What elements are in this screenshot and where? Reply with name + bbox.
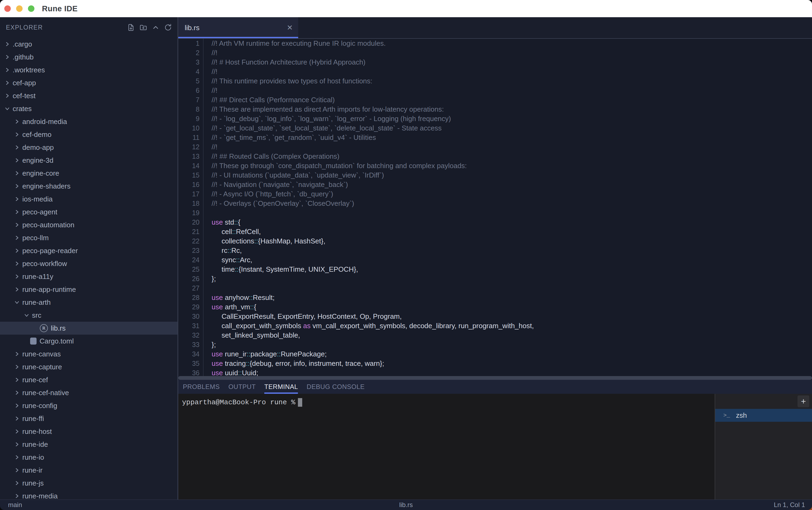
tree-item-label: cef-demo: [22, 131, 51, 139]
explorer-actions: [127, 23, 177, 31]
tree-item-engine-core[interactable]: engine-core: [0, 167, 177, 180]
tree-item-label: ios-media: [22, 195, 53, 203]
tree-item-engine-shaders[interactable]: engine-shaders: [0, 180, 177, 193]
tree-item-rune-app-runtime[interactable]: rune-app-runtime: [0, 283, 177, 296]
terminal-session-zsh[interactable]: >_zsh: [715, 409, 812, 422]
tree-item-label: rune-media: [22, 492, 58, 500]
branch-indicator[interactable]: main: [0, 501, 22, 509]
tree-item-cargo-toml[interactable]: Cargo.toml: [0, 335, 177, 347]
close-window-button[interactable]: [4, 5, 11, 12]
code-line: 4//!: [178, 67, 812, 76]
tree-item-rune-ffi[interactable]: rune-ffi: [0, 412, 177, 425]
tree-item-label: .worktrees: [12, 66, 45, 74]
line-number: 4: [178, 67, 200, 76]
tree-item-android-media[interactable]: android-media: [0, 115, 177, 128]
tree-item-rune-ide[interactable]: rune-ide: [0, 438, 177, 451]
tree-item-demo-app[interactable]: demo-app: [0, 141, 177, 154]
line-number: 29: [178, 302, 200, 312]
tree-item-rune-host[interactable]: rune-host: [0, 425, 177, 438]
tree-item-crates[interactable]: crates: [0, 102, 177, 115]
line-number: 19: [178, 208, 200, 218]
line-number: 17: [178, 189, 200, 199]
tree-item-peco-workflow[interactable]: peco-workflow: [0, 257, 177, 270]
tree-item-label: peco-workflow: [22, 260, 67, 268]
tree-item-rune-ir[interactable]: rune-ir: [0, 464, 177, 477]
tree-item-rune-config[interactable]: rune-config: [0, 399, 177, 412]
panel-tab-debug-console[interactable]: DEBUG CONSOLE: [306, 380, 365, 394]
code-line: 22collections::{HashMap, HashSet},: [178, 236, 812, 246]
line-number: 28: [178, 293, 200, 302]
tree-item-src[interactable]: src: [0, 309, 177, 322]
collapse-all-icon[interactable]: [152, 23, 160, 31]
panel-tab-problems[interactable]: PROBLEMS: [183, 380, 220, 394]
tree-item-engine-3d[interactable]: engine-3d: [0, 154, 177, 167]
chevron-down-icon: [24, 312, 30, 318]
tree-item-peco-agent[interactable]: peco-agent: [0, 205, 177, 219]
tree-item-label: rune-ir: [22, 466, 42, 475]
scrollbar-thumb[interactable]: [178, 376, 812, 380]
new-file-icon[interactable]: [127, 23, 135, 31]
tree-item-cef-test[interactable]: cef-test: [0, 89, 177, 102]
chevron-right-icon: [14, 158, 20, 163]
tree-item-rune-cef[interactable]: rune-cef: [0, 373, 177, 386]
line-number: 31: [178, 321, 200, 331]
code-text: };: [200, 340, 216, 349]
tree-item-label: engine-core: [22, 169, 59, 177]
tree-item-rune-js[interactable]: rune-js: [0, 477, 177, 489]
chevron-right-icon: [14, 274, 20, 280]
chevron-right-icon: [14, 170, 20, 176]
code-line: 28use anyhow::Result;: [178, 293, 812, 302]
code-text: collections::{HashMap, HashSet},: [200, 236, 325, 246]
tree-item-lib-rs[interactable]: Rlib.rs: [0, 322, 177, 335]
chevron-right-icon: [14, 442, 20, 447]
tree-item-rune-cef-native[interactable]: rune-cef-native: [0, 386, 177, 399]
terminal[interactable]: yppartha@MacBook-Pro rune %: [178, 394, 715, 500]
tree-item-rune-canvas[interactable]: rune-canvas: [0, 347, 177, 361]
panel-tab-terminal[interactable]: TERMINAL: [264, 380, 298, 394]
tree-item-label: peco-agent: [22, 208, 57, 216]
chevron-right-icon: [14, 119, 20, 124]
terminal-prompt: yppartha@MacBook-Pro rune %: [182, 398, 715, 407]
tree-item-ios-media[interactable]: ios-media: [0, 193, 177, 205]
tree-item-github[interactable]: .github: [0, 51, 177, 63]
new-folder-icon[interactable]: [139, 23, 147, 31]
tree-item-rune-capture[interactable]: rune-capture: [0, 361, 177, 373]
code-line: 12//!: [178, 142, 812, 152]
code-editor[interactable]: 1//! Arth VM runtime for executing Rune …: [178, 39, 812, 376]
maximize-window-button[interactable]: [28, 5, 34, 12]
tree-item-rune-a11y[interactable]: rune-a11y: [0, 270, 177, 283]
code-text: CallExportResult, ExportEntry, HostConte…: [200, 312, 402, 321]
panel-tab-output[interactable]: OUTPUT: [228, 380, 256, 394]
code-text: use tracing::{debug, error, info, instru…: [200, 359, 384, 368]
code-text: //! # Host Function Architecture (Hybrid…: [200, 58, 365, 67]
tree-item-cef-app[interactable]: cef-app: [0, 76, 177, 89]
cursor-position[interactable]: Ln 1, Col 1: [774, 501, 812, 509]
line-number: 30: [178, 312, 200, 321]
tree-item-peco-llm[interactable]: peco-llm: [0, 231, 177, 244]
close-icon[interactable]: ✕: [287, 24, 293, 31]
tree-item-rune-io[interactable]: rune-io: [0, 451, 177, 464]
tree-item-cargo[interactable]: .cargo: [0, 38, 177, 51]
line-number: 7: [178, 95, 200, 105]
code-text: use rune_ir::package::RunePackage;: [200, 349, 327, 359]
new-terminal-button[interactable]: +: [798, 395, 809, 407]
tree-item-rune-media[interactable]: rune-media: [0, 489, 177, 500]
code-text: [200, 284, 212, 293]
tree-item-worktrees[interactable]: .worktrees: [0, 63, 177, 76]
tree-item-cef-demo[interactable]: cef-demo: [0, 128, 177, 141]
tree-item-peco-page-reader[interactable]: peco-page-reader: [0, 244, 177, 257]
tab-lib-rs[interactable]: lib.rs ✕: [178, 17, 298, 38]
code-text: use anyhow::Result;: [200, 293, 274, 302]
refresh-icon[interactable]: [164, 23, 172, 31]
line-number: 6: [178, 86, 200, 95]
chevron-right-icon: [14, 428, 20, 434]
chevron-right-icon: [14, 480, 20, 486]
chevron-right-icon: [14, 132, 20, 138]
chevron-right-icon: [14, 377, 20, 383]
line-number: 2: [178, 48, 200, 58]
code-text: //!: [200, 86, 217, 95]
terminal-session-toolbar: +: [715, 394, 812, 409]
tree-item-peco-automation[interactable]: peco-automation: [0, 219, 177, 231]
minimize-window-button[interactable]: [16, 5, 23, 12]
tree-item-rune-arth[interactable]: rune-arth: [0, 296, 177, 309]
